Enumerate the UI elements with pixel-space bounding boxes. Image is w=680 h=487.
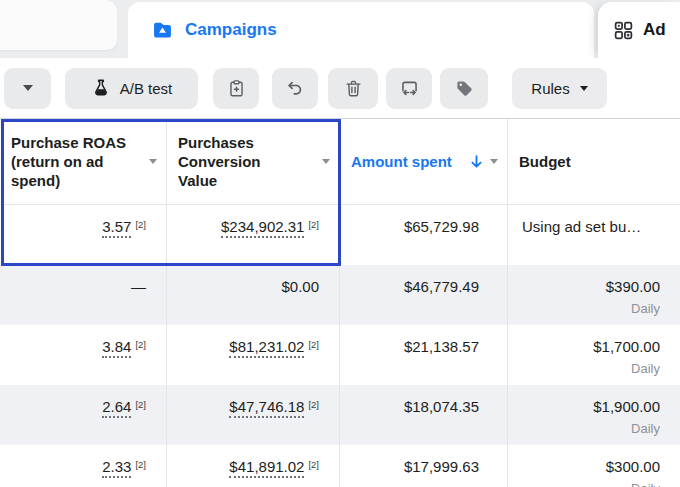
tab-ads-label: Ad bbox=[643, 20, 666, 40]
amount-spent-cell: $17,999.63 bbox=[340, 445, 508, 487]
footnote-marker: [2] bbox=[308, 399, 319, 410]
table-row[interactable]: 3.57[2] $234,902.31[2] $65,729.98 Using … bbox=[0, 205, 680, 265]
chevron-down-icon[interactable] bbox=[322, 159, 330, 164]
budget-cell: $390.00 Daily bbox=[508, 265, 680, 325]
amount-spent-value: $65,729.98 bbox=[404, 218, 479, 235]
footnote-marker: [2] bbox=[308, 219, 319, 230]
conversion-value[interactable]: $47,746.18 bbox=[229, 398, 304, 418]
column-header-purchase-roas[interactable]: Purchase ROAS (return on ad spend) bbox=[0, 119, 167, 204]
column-header-label: Budget bbox=[519, 152, 571, 171]
budget-period-label: Daily bbox=[518, 361, 660, 376]
conversion-value-cell[interactable]: $81,231.02[2] bbox=[167, 325, 340, 385]
chevron-down-icon[interactable] bbox=[149, 159, 157, 164]
amount-spent-cell: $46,779.49 bbox=[340, 265, 508, 325]
roas-cell[interactable]: 3.57[2] bbox=[0, 205, 167, 265]
budget-cell: $1,900.00 Daily bbox=[508, 385, 680, 445]
roas-cell: — bbox=[0, 265, 167, 325]
footnote-marker: [2] bbox=[135, 219, 146, 230]
chevron-down-icon[interactable] bbox=[490, 159, 498, 164]
tab-bar: Campaigns Ad bbox=[0, 0, 680, 58]
roas-cell[interactable]: 3.84[2] bbox=[0, 325, 167, 385]
footnote-marker: [2] bbox=[135, 339, 146, 350]
more-actions-dropdown-button[interactable] bbox=[4, 68, 51, 109]
tag-button[interactable] bbox=[440, 68, 488, 109]
sort-descending-icon[interactable] bbox=[468, 153, 485, 170]
delete-button[interactable] bbox=[328, 68, 378, 109]
conversion-value[interactable]: $41,891.02 bbox=[229, 458, 304, 478]
rules-label: Rules bbox=[531, 80, 569, 97]
rules-dropdown-button[interactable]: Rules bbox=[512, 68, 607, 109]
table-row[interactable]: 3.84[2] $81,231.02[2] $21,138.57 $1,700.… bbox=[0, 325, 680, 385]
amount-spent-value: $21,138.57 bbox=[404, 338, 479, 355]
budget-value: Using ad set bu… bbox=[522, 218, 641, 235]
table-row[interactable]: — $0.00 $46,779.49 $390.00 Daily bbox=[0, 265, 680, 325]
column-header-budget[interactable]: Budget bbox=[508, 119, 680, 204]
table-row[interactable]: 2.33[2] $41,891.02[2] $17,999.63 $300.00… bbox=[0, 445, 680, 487]
conversion-value-cell[interactable]: $234,902.31[2] bbox=[167, 205, 340, 265]
budget-cell: Using ad set bu… bbox=[508, 205, 680, 265]
roas-value: — bbox=[131, 278, 146, 295]
partial-tab[interactable] bbox=[0, 0, 117, 50]
budget-cell: $300.00 Daily bbox=[508, 445, 680, 487]
duplicate-button[interactable] bbox=[213, 68, 259, 109]
ab-test-button[interactable]: A/B test bbox=[65, 68, 198, 109]
conversion-value: $0.00 bbox=[281, 278, 319, 295]
tab-campaigns[interactable]: Campaigns bbox=[128, 2, 594, 58]
amount-spent-cell: $65,729.98 bbox=[340, 205, 508, 265]
amount-spent-value: $46,779.49 bbox=[404, 278, 479, 295]
conversion-value[interactable]: $81,231.02 bbox=[229, 338, 304, 358]
amount-spent-value: $17,999.63 bbox=[404, 458, 479, 475]
undo-button[interactable] bbox=[272, 68, 318, 109]
budget-value: $390.00 bbox=[518, 278, 660, 295]
footnote-marker: [2] bbox=[135, 399, 146, 410]
conversion-value-cell[interactable]: $41,891.02[2] bbox=[167, 445, 340, 487]
table-row[interactable]: 2.64[2] $47,746.18[2] $18,074.35 $1,900.… bbox=[0, 385, 680, 445]
budget-value: $1,700.00 bbox=[518, 338, 660, 355]
box-arrows-icon bbox=[399, 78, 420, 99]
conversion-value-cell: $0.00 bbox=[167, 265, 340, 325]
trash-icon bbox=[344, 79, 363, 98]
export-button[interactable] bbox=[386, 68, 432, 109]
column-header-label: Purchase ROAS (return on ad spend) bbox=[11, 133, 129, 191]
column-header-label: Purchases Conversion Value bbox=[178, 133, 296, 191]
amount-spent-value: $18,074.35 bbox=[404, 398, 479, 415]
chevron-down-icon bbox=[580, 86, 588, 91]
budget-period-label: Daily bbox=[518, 301, 660, 316]
roas-cell[interactable]: 2.64[2] bbox=[0, 385, 167, 445]
budget-period-label: Daily bbox=[518, 421, 660, 436]
tag-icon bbox=[455, 79, 474, 98]
roas-value[interactable]: 3.57 bbox=[102, 218, 131, 238]
amount-spent-cell: $21,138.57 bbox=[340, 325, 508, 385]
ab-test-label: A/B test bbox=[120, 80, 173, 97]
roas-value[interactable]: 2.33 bbox=[102, 458, 131, 478]
clipboard-icon bbox=[227, 79, 246, 98]
column-header-label: Amount spent bbox=[351, 152, 452, 171]
toolbar: A/B test bbox=[0, 58, 680, 118]
column-header-amount-spent[interactable]: Amount spent bbox=[340, 119, 508, 204]
conversion-value-cell[interactable]: $47,746.18[2] bbox=[167, 385, 340, 445]
footnote-marker: [2] bbox=[308, 459, 319, 470]
tab-ads[interactable]: Ad bbox=[598, 2, 680, 58]
chevron-down-icon bbox=[23, 85, 33, 91]
tab-campaigns-label: Campaigns bbox=[185, 20, 277, 40]
roas-cell[interactable]: 2.33[2] bbox=[0, 445, 167, 487]
footnote-marker: [2] bbox=[135, 459, 146, 470]
column-header-purchases-conversion-value[interactable]: Purchases Conversion Value bbox=[167, 119, 340, 204]
amount-spent-cell: $18,074.35 bbox=[340, 385, 508, 445]
budget-value: $300.00 bbox=[518, 458, 660, 475]
footnote-marker: [2] bbox=[308, 339, 319, 350]
flask-icon bbox=[91, 78, 111, 98]
budget-cell: $1,700.00 Daily bbox=[508, 325, 680, 385]
ads-grid-icon bbox=[613, 20, 634, 41]
roas-value[interactable]: 2.64 bbox=[102, 398, 131, 418]
conversion-value[interactable]: $234,902.31 bbox=[221, 218, 304, 238]
undo-icon bbox=[285, 78, 305, 98]
roas-value[interactable]: 3.84 bbox=[102, 338, 131, 358]
budget-value: $1,900.00 bbox=[518, 398, 660, 415]
campaigns-table: Purchase ROAS (return on ad spend) Purch… bbox=[0, 118, 680, 487]
table-header-row: Purchase ROAS (return on ad spend) Purch… bbox=[0, 119, 680, 205]
budget-period-label: Daily bbox=[518, 481, 660, 487]
campaigns-folder-icon bbox=[151, 19, 174, 42]
